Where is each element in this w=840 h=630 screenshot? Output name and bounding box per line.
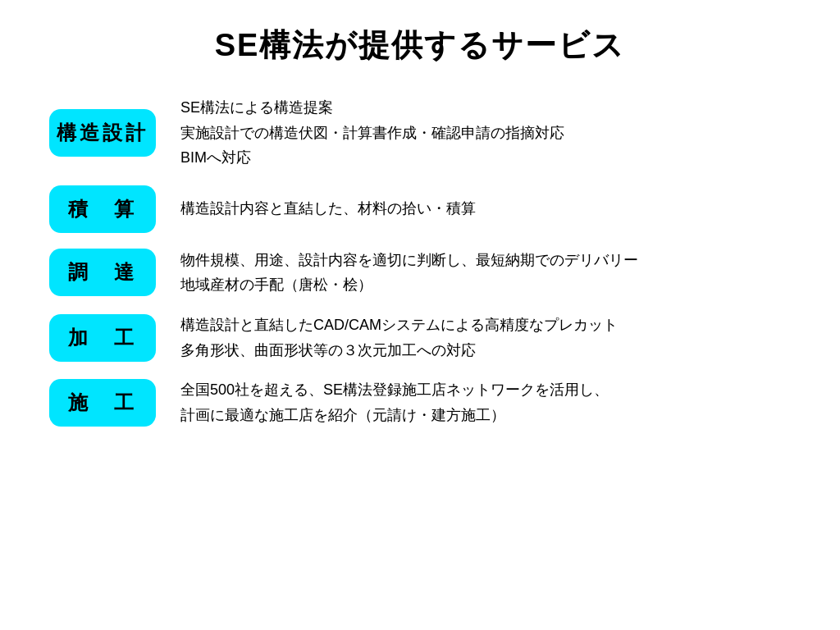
page-container: SE構法が提供するサービス 構造設計SE構法による構造提案実施設計での構造伏図・… bbox=[0, 0, 840, 630]
service-item-structural-design: 構造設計SE構法による構造提案実施設計での構造伏図・計算書作成・確認申請の指摘対… bbox=[49, 95, 791, 171]
service-item-construction: 施 工全国500社を超える、SE構法登録施工店ネットワークを活用し、計画に最適な… bbox=[49, 377, 791, 427]
service-description-estimation: 構造設計内容と直結した、材料の拾い・積算 bbox=[180, 196, 476, 221]
service-description-line: 実施設計での構造伏図・計算書作成・確認申請の指摘対応 bbox=[180, 121, 564, 146]
service-item-processing: 加 工構造設計と直結したCAD/CAMシステムによる高精度なプレカット多角形状、… bbox=[49, 313, 791, 363]
service-badge-estimation: 積 算 bbox=[49, 185, 156, 233]
service-description-line: 物件規模、用途、設計内容を適切に判断し、最短納期でのデリバリー bbox=[180, 248, 638, 273]
service-item-procurement: 調 達物件規模、用途、設計内容を適切に判断し、最短納期でのデリバリー地域産材の手… bbox=[49, 248, 791, 298]
service-description-line: BIMへ対応 bbox=[180, 145, 564, 171]
service-list: 構造設計SE構法による構造提案実施設計での構造伏図・計算書作成・確認申請の指摘対… bbox=[49, 95, 791, 427]
page-title: SE構法が提供するサービス bbox=[49, 25, 791, 66]
service-description-procurement: 物件規模、用途、設計内容を適切に判断し、最短納期でのデリバリー地域産材の手配（唐… bbox=[180, 248, 638, 298]
service-item-estimation: 積 算構造設計内容と直結した、材料の拾い・積算 bbox=[49, 185, 791, 233]
service-badge-construction: 施 工 bbox=[49, 379, 156, 427]
service-badge-structural-design: 構造設計 bbox=[49, 109, 156, 157]
service-description-line: 構造設計と直結したCAD/CAMシステムによる高精度なプレカット bbox=[180, 313, 618, 338]
service-badge-procurement: 調 達 bbox=[49, 249, 156, 296]
service-description-line: SE構法による構造提案 bbox=[180, 95, 564, 121]
service-description-construction: 全国500社を超える、SE構法登録施工店ネットワークを活用し、計画に最適な施工店… bbox=[180, 377, 609, 427]
service-description-line: 地域産材の手配（唐松・桧） bbox=[180, 272, 638, 298]
service-badge-processing: 加 工 bbox=[49, 314, 156, 362]
service-description-processing: 構造設計と直結したCAD/CAMシステムによる高精度なプレカット多角形状、曲面形… bbox=[180, 313, 618, 363]
service-description-structural-design: SE構法による構造提案実施設計での構造伏図・計算書作成・確認申請の指摘対応BIM… bbox=[180, 95, 564, 171]
service-description-line: 構造設計内容と直結した、材料の拾い・積算 bbox=[180, 196, 476, 221]
service-description-line: 全国500社を超える、SE構法登録施工店ネットワークを活用し、 bbox=[180, 377, 609, 403]
service-description-line: 多角形状、曲面形状等の３次元加工への対応 bbox=[180, 338, 618, 363]
service-description-line: 計画に最適な施工店を紹介（元請け・建方施工） bbox=[180, 403, 609, 428]
